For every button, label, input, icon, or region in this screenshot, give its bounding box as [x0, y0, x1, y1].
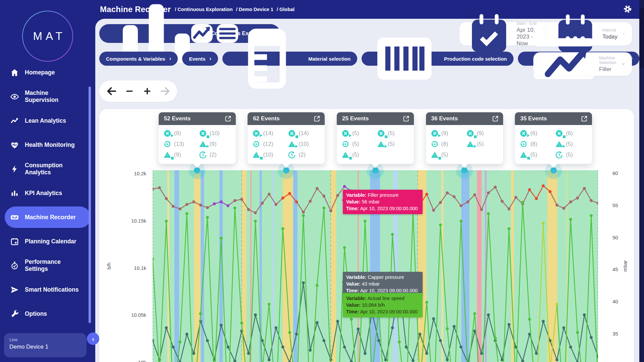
- clock-icon: [555, 151, 563, 159]
- event-card[interactable]: 52 Events , (9) (13) (9: [159, 112, 236, 164]
- zoom-out-button[interactable]: [124, 85, 135, 97]
- event-count: (9): [174, 152, 181, 158]
- event-count-entry: , (6): [520, 128, 553, 138]
- open-events-button[interactable]: [581, 115, 588, 122]
- sidebar-item-machine-supervision[interactable]: Machine Supervision: [0, 84, 95, 109]
- play-badge-icon: ,: [527, 132, 530, 138]
- filter-chip-material-selection[interactable]: Material selection: [222, 52, 357, 66]
- chart-navigation-toolbar: [99, 80, 177, 102]
- sidebar-item-homepage[interactable]: Homepage: [0, 60, 95, 84]
- event-marker-dot[interactable]: [372, 167, 379, 174]
- pan-right-button-disabled[interactable]: [159, 85, 171, 97]
- open-events-button[interactable]: [313, 115, 321, 122]
- zoom-in-button[interactable]: [142, 85, 153, 97]
- chevron-right-icon: ›: [210, 55, 212, 62]
- stop-square-icon: [555, 129, 563, 137]
- clock-icon: [288, 151, 296, 159]
- event-card[interactable]: 36 Events , (9) (8) (5): [426, 112, 503, 164]
- breadcrumb-item[interactable]: / Global: [277, 7, 294, 12]
- event-count: (5): [477, 141, 484, 147]
- breadcrumb-item[interactable]: / Demo Device 1: [236, 7, 273, 12]
- filter-chip-events[interactable]: Events›: [182, 52, 218, 66]
- event-marker-dot[interactable]: [550, 167, 557, 174]
- open-events-button[interactable]: [402, 115, 410, 122]
- event-marker-dot[interactable]: [283, 167, 289, 174]
- event-count: (5): [388, 130, 395, 137]
- event-count: (5): [352, 141, 359, 147]
- open-events-button[interactable]: [492, 115, 499, 122]
- square-badge-icon: [260, 157, 263, 160]
- sidebar-item-performance-settings[interactable]: Performance Settings: [0, 253, 95, 278]
- event-card-title: 35 Events: [520, 115, 581, 122]
- breadcrumb: / Continuous Exploration/ Demo Device 1/…: [175, 7, 294, 12]
- event-marker-dot[interactable]: [461, 167, 468, 174]
- material-icon: [229, 21, 305, 97]
- sidebar-item-machine-recorder[interactable]: Machine Recorder: [0, 205, 95, 229]
- stop-square-icon: [199, 129, 207, 137]
- y-axis-label-left: b/h: [106, 262, 112, 269]
- y-axis-tick-right: 55: [612, 202, 618, 208]
- filter-chip-components-variables[interactable]: Components & Variables›: [99, 52, 178, 66]
- event-count: (6): [530, 130, 537, 137]
- filter-chip-label: Production code selection: [444, 56, 507, 62]
- square-badge-icon: [474, 135, 477, 138]
- warn-play-icon: ,: [199, 140, 207, 148]
- event-count: (5): [566, 141, 573, 147]
- device-card[interactable]: Line Demo Device 1: [4, 333, 87, 357]
- page-scrollbar-track[interactable]: [639, 0, 644, 362]
- sidebar-scrollbar[interactable]: [89, 86, 91, 323]
- event-card-header: 52 Events: [159, 112, 236, 125]
- event-card-body: , (6) (8) (5) (6) ,: [515, 125, 592, 164]
- event-card-title: 62 Events: [253, 115, 313, 122]
- sidebar-collapse-button[interactable]: ‹: [87, 333, 99, 345]
- event-count-entry: (2): [288, 150, 321, 160]
- chart-card[interactable]: Variable: Filler pressure Value: 56 mbar…: [99, 109, 634, 362]
- event-card[interactable]: 35 Events , (6) (8) (5): [515, 112, 592, 164]
- page-scrollbar-thumb[interactable]: [639, 7, 644, 68]
- event-count: (10): [299, 141, 309, 147]
- chevron-right-icon: ›: [169, 55, 171, 62]
- event-count: (8): [530, 141, 537, 147]
- y-axis-tick-right: 35: [612, 331, 618, 337]
- interval-value: Today: [602, 34, 618, 40]
- logo-text: MAT: [30, 30, 65, 43]
- sidebar-item-label: Options: [25, 310, 82, 317]
- event-count: (5): [530, 152, 537, 158]
- wrench-icon: [10, 309, 19, 318]
- sidebar-item-consumption-analytics[interactable]: Consumption Analytics: [0, 157, 95, 181]
- bolt-icon: [10, 165, 19, 174]
- sidebar-item-kpi-analytics[interactable]: KPI Analytics: [0, 181, 95, 205]
- stop-square-icon: [288, 129, 296, 137]
- sidebar-item-health-monitoring[interactable]: Health Monitoring: [0, 133, 95, 157]
- pan-left-button[interactable]: [106, 85, 117, 97]
- event-card[interactable]: 25 Events , (5) (5) (5): [337, 112, 414, 164]
- event-card-body: , (9) (13) (9) (10): [159, 125, 236, 164]
- event-marker-dot[interactable]: [194, 167, 200, 174]
- open-events-button[interactable]: [224, 115, 232, 122]
- chevron-left-icon: ‹: [92, 335, 94, 343]
- machine-selection-dropdown[interactable]: Machine Selection Filler: [533, 52, 632, 76]
- sidebar-item-planning-calendar[interactable]: Planning Calendar: [0, 229, 95, 253]
- y-axis-tick-right: 45: [612, 266, 618, 272]
- sidebar-item-label: Machine Supervision: [25, 89, 82, 103]
- line-view-button[interactable]: [191, 24, 213, 43]
- event-count-entry: , (9): [199, 139, 232, 149]
- event-count-entry: (5): [555, 150, 589, 160]
- event-count-entry: (2): [199, 150, 232, 160]
- chevron-down-icon: [622, 61, 625, 67]
- event-count-entry: , (9): [163, 128, 197, 138]
- event-count-entry: (5): [377, 128, 411, 138]
- filter-chip-production-code-selection[interactable]: Production code selection: [362, 52, 514, 66]
- eye-icon: [10, 92, 19, 101]
- restart-icon: [431, 140, 439, 148]
- trend-line-icon: [540, 37, 594, 91]
- breadcrumb-item[interactable]: / Continuous Exploration: [175, 7, 232, 12]
- sidebar-item-options[interactable]: Options: [0, 302, 95, 326]
- warn-play-icon: ,: [466, 140, 474, 148]
- event-card[interactable]: 62 Events , (14) (12) (: [248, 112, 325, 164]
- event-card-body: , (9) (8) (5) (9) ,: [426, 125, 503, 164]
- event-card-body: , (14) (12) (10) (14): [248, 125, 325, 164]
- sidebar-item-lean-analytics[interactable]: Lean Analytics: [0, 109, 95, 133]
- square-badge-icon: [349, 157, 352, 160]
- sidebar-item-smart-notifications[interactable]: Smart Notifications: [0, 278, 95, 302]
